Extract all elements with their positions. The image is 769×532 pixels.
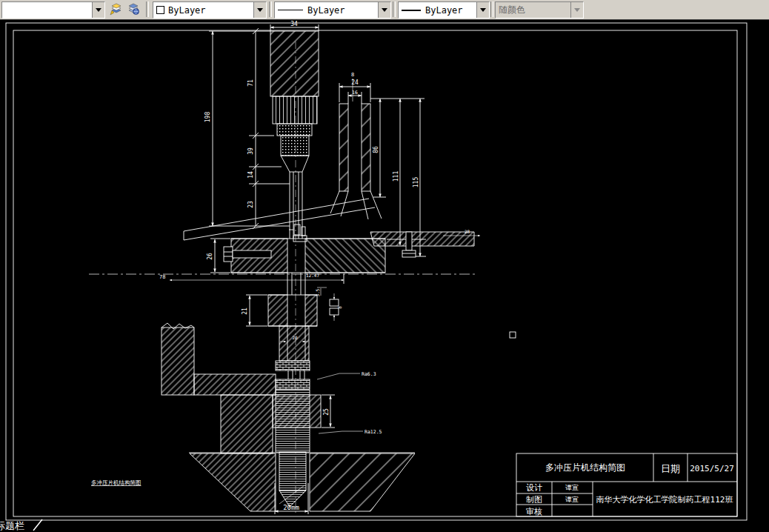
lineweight-dropdown-arrow[interactable] <box>476 2 489 18</box>
chevron-down-icon <box>257 8 263 12</box>
make-object-layer-current-button[interactable] <box>107 1 124 17</box>
chevron-down-icon <box>574 8 580 12</box>
dim-label-28: 28 <box>465 229 470 234</box>
dim-label-78: 78 <box>159 274 165 280</box>
dim-label-8-top: 8 <box>351 72 354 78</box>
toolbar-separator <box>269 1 272 17</box>
drawing-footnote: 多冲压片机结构简图 <box>91 479 142 486</box>
chevron-down-icon <box>96 8 101 12</box>
linetype-dropdown-value: ByLayer <box>307 5 345 16</box>
chevron-down-icon <box>382 8 387 12</box>
lineweight-dropdown-value: ByLayer <box>425 5 463 16</box>
layer-dropdown[interactable] <box>1 1 105 19</box>
support-frame <box>162 323 276 453</box>
dim-label-24: 24 <box>351 79 359 86</box>
dim-label-34: 34 <box>290 21 298 27</box>
bylayer-color-swatch <box>156 6 164 14</box>
leader-label-1: Ra6.3 <box>362 371 376 377</box>
lineweight-dropdown[interactable]: ByLayer <box>398 1 490 19</box>
title-block-org: 南华大学化学化工学院制药工程112班 <box>596 495 733 505</box>
layer-states-icon <box>127 3 141 16</box>
dim-label-111: 111 <box>393 171 399 182</box>
dim-label-198: 198 <box>204 112 211 123</box>
dim-label-26: 26 <box>207 253 213 260</box>
layer-dropdown-value <box>2 2 92 18</box>
color-dropdown-value: ByLayer <box>168 5 206 16</box>
guide-tube-section <box>330 79 426 256</box>
color-dropdown[interactable]: ByLayer <box>153 1 267 19</box>
title-block-draft-label: 制图 <box>526 495 542 505</box>
dim-label-115: 115 <box>413 177 419 188</box>
toolbar-separator <box>393 1 396 17</box>
linetype-dropdown-arrow[interactable] <box>378 2 390 18</box>
title-block-review-label: 审核 <box>526 507 542 516</box>
dim-label-8-small: 8 <box>337 306 342 309</box>
dim-label-12-47: 12.47 <box>306 273 319 278</box>
dim-label-20mm: 20mm <box>283 504 299 511</box>
toolbar-separator <box>490 1 493 17</box>
layer-states-button[interactable] <box>125 1 142 17</box>
title-block-design-value: 谭宣 <box>565 484 579 491</box>
dim-label-23: 23 <box>247 201 254 208</box>
dim-label-71: 71 <box>247 79 254 87</box>
upper-punch-section <box>270 31 319 239</box>
plotstyle-dropdown: 随颜色 <box>495 1 584 19</box>
dim-label-39: 39 <box>247 147 254 155</box>
title-block-title: 多冲压片机结构简图 <box>545 462 625 473</box>
die-table-section <box>170 225 385 295</box>
dim-label-86: 86 <box>373 146 379 153</box>
dim-label-21: 21 <box>242 307 248 315</box>
dim-label-20: 20 <box>292 335 298 340</box>
cad-viewport[interactable]: 34 71 198 39 14 23 8 24 16 86 111 115 26… <box>0 0 769 532</box>
plotstyle-dropdown-value: 随颜色 <box>496 2 570 18</box>
color-dropdown-arrow[interactable] <box>253 2 266 18</box>
title-block-date-value: 2015/5/27 <box>690 464 734 473</box>
leader-label-2: Ra12.5 <box>364 429 382 435</box>
toolbar-separator <box>146 1 149 17</box>
chevron-down-icon <box>480 8 486 12</box>
title-block-date-label: 日期 <box>661 463 680 474</box>
application-window: ByLayer ByLayer ByLayer 随颜色 <box>0 0 769 532</box>
dim-label-14: 14 <box>247 171 254 179</box>
layout-tab-partial[interactable]: 标题栏 <box>0 520 24 531</box>
title-block-draft-value: 谭宣 <box>565 496 579 503</box>
linetype-dropdown[interactable]: ByLayer <box>274 1 391 19</box>
plotstyle-dropdown-arrow <box>570 2 583 18</box>
pickbox-cursor[interactable] <box>510 332 516 338</box>
dim-label-3-5: 3.5 <box>315 288 320 296</box>
layer-dropdown-arrow[interactable] <box>92 2 104 18</box>
linetype-preview <box>278 10 303 10</box>
dim-label-16: 16 <box>352 90 358 96</box>
make-layer-current-icon <box>109 3 123 16</box>
dim-label-25: 25 <box>323 408 330 416</box>
lineweight-preview <box>402 10 421 11</box>
flange-plate <box>370 232 480 257</box>
object-properties-toolbar: ByLayer ByLayer ByLayer 随颜色 <box>0 0 769 20</box>
title-block-design-label: 设计 <box>526 483 542 493</box>
layout-tab-slash <box>33 519 42 531</box>
